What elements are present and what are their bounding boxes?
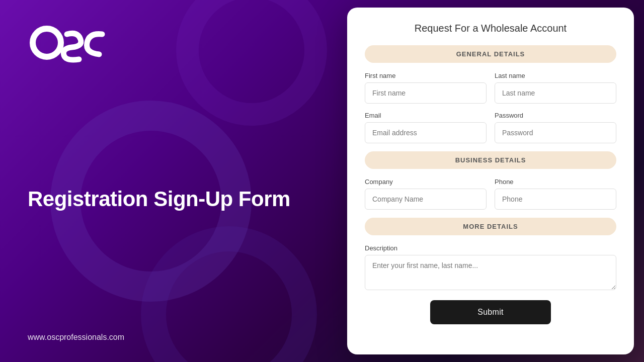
last-name-group: Last name [495, 72, 616, 104]
password-input[interactable] [495, 122, 616, 143]
page-title: Registration Sign-Up Form [28, 187, 290, 212]
first-name-label: First name [365, 72, 487, 79]
last-name-input[interactable] [495, 82, 616, 104]
first-name-group: First name [365, 72, 487, 104]
company-phone-row: Company Phone [365, 178, 616, 210]
description-label: Description [365, 244, 616, 252]
general-details-section: GENERAL DETAILS First name Last name Ema… [365, 45, 616, 143]
company-label: Company [365, 178, 487, 186]
company-input[interactable] [365, 189, 487, 210]
logo-svg [28, 20, 108, 65]
phone-group: Phone [495, 178, 616, 210]
phone-input[interactable] [495, 189, 616, 210]
website-url: www.oscprofessionals.com [28, 333, 317, 342]
more-details-section: MORE DETAILS Description [365, 218, 616, 290]
last-name-label: Last name [495, 72, 616, 79]
name-row: First name Last name [365, 72, 616, 104]
submit-button[interactable]: Submit [430, 300, 551, 324]
password-group: Password [495, 112, 616, 143]
left-content: Registration Sign-Up Form [28, 65, 317, 333]
business-details-section: BUSINESS DETAILS Company Phone [365, 151, 616, 210]
more-details-header: MORE DETAILS [365, 218, 616, 235]
description-input[interactable] [365, 255, 616, 290]
email-password-row: Email Password [365, 112, 616, 143]
email-group: Email [365, 112, 487, 143]
left-panel: Registration Sign-Up Form www.oscprofess… [0, 0, 342, 362]
email-label: Email [365, 112, 487, 119]
first-name-input[interactable] [365, 82, 487, 104]
phone-label: Phone [495, 178, 616, 186]
form-title: Request For a Wholesale Account [365, 23, 616, 34]
description-group: Description [365, 244, 616, 290]
password-label: Password [495, 112, 616, 119]
email-input[interactable] [365, 122, 487, 143]
business-details-header: BUSINESS DETAILS [365, 151, 616, 169]
logo [28, 20, 317, 65]
svg-point-0 [33, 29, 61, 57]
general-details-header: GENERAL DETAILS [365, 45, 616, 63]
company-group: Company [365, 178, 487, 210]
registration-form-panel: Request For a Wholesale Account GENERAL … [347, 8, 634, 354]
